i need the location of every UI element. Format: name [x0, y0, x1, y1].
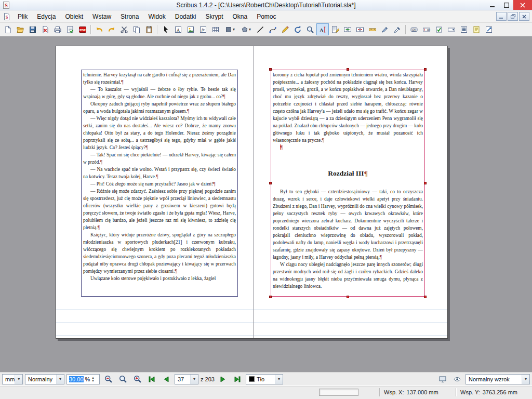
page-number-select[interactable]: 37▾: [175, 374, 198, 384]
child-restore-icon: [511, 14, 515, 19]
child-close-button[interactable]: [519, 12, 529, 21]
insert-text-frame-button[interactable]: A: [172, 23, 184, 35]
next-page-icon: [219, 375, 227, 383]
next-page-button[interactable]: [217, 374, 229, 385]
first-page-button[interactable]: [145, 374, 158, 385]
scribus-app-icon: S: [2, 1, 10, 9]
text-paragraph: — Więc nigdy dotąd nie widziałeś kaszalo…: [83, 115, 236, 151]
pilcrow-mark: ¶: [187, 109, 189, 114]
pdf-checkbox-button[interactable]: [433, 23, 445, 35]
preflight-verifier-button[interactable]: [64, 23, 76, 35]
menu-widok[interactable]: Widok: [143, 10, 170, 22]
pdf-text-field-button[interactable]: ab: [420, 23, 433, 35]
quality-select[interactable]: Normalny▾: [25, 374, 64, 384]
text-paragraph: — Na wachcie spać nie wolno. Wstań i prz…: [83, 166, 236, 180]
zoom-in-button[interactable]: [131, 374, 143, 385]
layer-select[interactable]: Tło▾: [246, 374, 283, 384]
pdf-push-button-button[interactable]: OK: [408, 23, 420, 35]
right-column-top-text: koronny z cicha łopotał pod zmiennym tch…: [273, 71, 423, 151]
title-bar: S Scribus 1.4.2 - [C:\Users\RobertCh\Des…: [0, 0, 532, 10]
menu-dodatki[interactable]: Dodatki: [170, 10, 201, 22]
menu-wstaw[interactable]: Wstaw: [88, 10, 116, 22]
quality-value: Normalny: [28, 376, 52, 382]
preview-mode-button[interactable]: [451, 374, 463, 385]
text-paragraph: — Phi! Cóż złego może się nam przytrafić…: [83, 180, 236, 188]
pdf-link-annotation-button[interactable]: [483, 23, 495, 35]
zoom-spinbox[interactable]: 30.00%▴▾: [66, 374, 100, 384]
undo-button[interactable]: [93, 23, 105, 35]
shape-icon: [225, 26, 232, 33]
cursor-arrow-icon: [162, 25, 170, 34]
color-management-button[interactable]: [436, 374, 449, 385]
rotate-item-button[interactable]: [291, 23, 304, 35]
measurements-button[interactable]: [366, 23, 379, 35]
pdf-text-annotation-icon: [472, 25, 481, 34]
insert-render-frame-button[interactable]: fx: [197, 23, 209, 35]
paste-button[interactable]: [143, 23, 155, 35]
coord-y-value: 3763.256 mm: [483, 389, 517, 395]
page-spread[interactable]: tchnienie. Harvey krzyknął na całe gardł…: [56, 46, 448, 339]
child-restore-button[interactable]: [508, 12, 518, 21]
minimize-button[interactable]: [485, 0, 499, 10]
redo-button[interactable]: [105, 23, 118, 35]
select-item-button[interactable]: [159, 23, 172, 35]
status-bar: Wsp. X:137.000 mm Wsp. Y:3763.256 mm: [0, 385, 532, 399]
horizontal-guide[interactable]: [56, 323, 447, 323]
right-text-frame[interactable]: koronny z cicha łopotał pod zmiennym tch…: [271, 70, 425, 297]
menu-strona[interactable]: Strona: [116, 10, 143, 22]
menu-pomoc[interactable]: Pomoc: [252, 10, 281, 22]
spin-down-icon[interactable]: ▾: [92, 379, 94, 382]
zoom-tool-button[interactable]: [304, 23, 316, 35]
insert-polygon-button[interactable]: ▾: [238, 23, 254, 35]
chevron-down-icon: ▾: [233, 27, 235, 32]
menu-skrypt[interactable]: Skrypt: [201, 10, 228, 22]
print-document-button[interactable]: [51, 23, 64, 35]
last-page-button[interactable]: [231, 374, 244, 385]
link-text-frames-button[interactable]: [341, 23, 354, 35]
canvas[interactable]: tchnienie. Harvey krzyknął na całe gardł…: [0, 36, 532, 372]
rotate-icon: [294, 25, 302, 34]
insert-bezier-curve-button[interactable]: [267, 23, 279, 35]
maximize-button[interactable]: [499, 0, 513, 10]
insert-image-frame-button[interactable]: [184, 23, 197, 35]
chevron-down-icon: ▾: [15, 375, 22, 384]
menu-plik[interactable]: Plik: [13, 10, 32, 22]
unlink-text-frames-button[interactable]: [354, 23, 366, 35]
left-text-frame[interactable]: tchnienie. Harvey krzyknął na całe gardł…: [81, 70, 238, 297]
child-minimize-button[interactable]: [496, 12, 507, 21]
vision-mode-select[interactable]: Normalny wzrok▾: [466, 374, 530, 384]
insert-line-button[interactable]: [254, 23, 267, 35]
story-editor-button[interactable]: [329, 23, 341, 35]
insert-freehand-line-button[interactable]: [279, 23, 291, 35]
zoom-100-button[interactable]: [116, 374, 129, 385]
pdf-text-annotation-button[interactable]: [470, 23, 483, 35]
copy-button[interactable]: [130, 23, 143, 35]
open-document-button[interactable]: [14, 23, 26, 35]
save-document-button[interactable]: [26, 23, 39, 35]
eye-dropper-button[interactable]: [391, 23, 404, 35]
export-pdf-button[interactable]: PDF: [76, 23, 89, 35]
insert-table-button[interactable]: [209, 23, 222, 35]
unit-select[interactable]: mm▾: [2, 374, 23, 384]
menu-obiekt[interactable]: Obiekt: [60, 10, 88, 22]
zoom-out-button[interactable]: [102, 374, 114, 385]
close-button[interactable]: [513, 0, 532, 10]
menu-okna[interactable]: Okna: [228, 10, 252, 22]
pencil-icon: [281, 25, 289, 34]
menu-edycja[interactable]: Edycja: [32, 10, 60, 22]
pdf-list-box-button[interactable]: [458, 23, 470, 35]
previous-page-button[interactable]: [160, 374, 172, 385]
close-document-button[interactable]: [39, 23, 51, 35]
horizontal-guide[interactable]: [56, 336, 447, 336]
cut-button[interactable]: [118, 23, 130, 35]
horizontal-guide[interactable]: [56, 310, 447, 310]
pilcrow-mark: ¶: [156, 174, 158, 179]
edit-contents-button[interactable]: A: [316, 23, 329, 35]
color-management-icon: [438, 375, 447, 383]
copy-item-properties-button[interactable]: [379, 23, 391, 35]
child-close-icon: [522, 15, 526, 19]
main-toolbar: PDF A fx ▾ ▾ A OK ab: [0, 23, 532, 36]
insert-shape-button[interactable]: ▾: [222, 23, 238, 35]
new-document-button[interactable]: [2, 23, 14, 35]
pdf-combo-box-button[interactable]: [445, 23, 458, 35]
